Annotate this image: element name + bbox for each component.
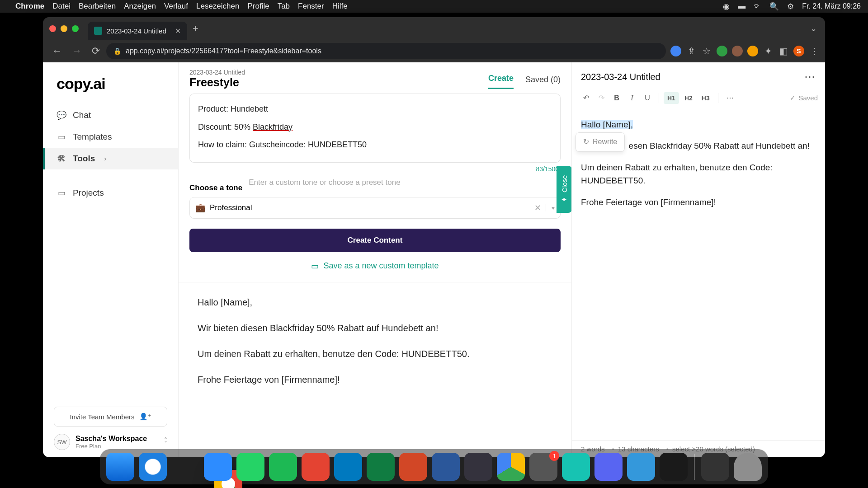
tab-saved[interactable]: Saved (0)	[525, 75, 561, 89]
prompt-input[interactable]: Product: Hundebett Discount: 50% Blackfr…	[189, 94, 561, 163]
dock-trello-icon[interactable]	[334, 453, 362, 481]
sidebar-item-projects[interactable]: ▭Projects	[43, 182, 178, 204]
dock-whatsapp-icon[interactable]	[236, 453, 264, 481]
back-button[interactable]: ←	[48, 42, 66, 60]
bold-button[interactable]: B	[610, 92, 623, 104]
save-template-link[interactable]: ▭ Save as a new custom template	[189, 261, 561, 280]
menu-tab[interactable]: Tab	[278, 2, 290, 11]
dock-launchpad-icon[interactable]	[701, 453, 729, 481]
h3-button[interactable]: H3	[698, 92, 713, 104]
close-panel-button[interactable]: ✦ Close	[557, 166, 572, 213]
dock-spotify-icon[interactable]	[269, 453, 297, 481]
doc-p4: Frohe Feiertage von [Firmenname]!	[581, 196, 816, 209]
doc-p2b: esen Blackfriday 50% Rabatt auf Hundebet…	[629, 141, 810, 150]
dock-word-icon[interactable]	[432, 453, 460, 481]
menu-hilfe[interactable]: Hilfe	[332, 2, 348, 11]
dock-settings-icon[interactable]: 1	[529, 453, 557, 481]
toolbar-more-icon[interactable]: ⋯	[723, 91, 737, 104]
menu-datei[interactable]: Datei	[52, 2, 71, 11]
sidebar-item-label: Projects	[73, 188, 104, 198]
address-bar[interactable]: 🔒 app.copy.ai/projects/22566417?tool=Fre…	[106, 43, 666, 59]
tone-clear-icon[interactable]: ✕	[530, 203, 546, 213]
undo-button[interactable]: ↶	[579, 91, 593, 104]
forward-button[interactable]: →	[68, 42, 85, 60]
ext-orange-icon[interactable]	[747, 46, 758, 56]
gen-line: Um deinen Rabatt zu erhalten, benutze de…	[189, 347, 561, 361]
check-icon: ✓	[790, 94, 796, 102]
dock-excel-icon[interactable]	[367, 453, 395, 481]
tab-overflow-icon[interactable]: ⌄	[810, 23, 817, 33]
tone-label: Choose a tone	[189, 183, 242, 192]
profile-avatar[interactable]: S	[793, 46, 804, 56]
new-tab-button[interactable]: +	[193, 23, 198, 34]
create-content-button[interactable]: Create Content	[189, 229, 561, 252]
window-close-button[interactable]	[49, 25, 56, 32]
italic-button[interactable]: I	[625, 92, 639, 104]
ext-green-icon[interactable]	[717, 46, 727, 56]
battery-icon[interactable]: ▬	[738, 2, 745, 11]
share-icon[interactable]: ⇪	[686, 46, 697, 56]
menu-lesezeichen[interactable]: Lesezeichen	[196, 2, 239, 11]
menu-bearbeiten[interactable]: Bearbeiten	[79, 2, 116, 11]
window-minimize-button[interactable]	[61, 25, 67, 32]
control-center-icon[interactable]: ⚙	[787, 2, 794, 11]
ext-google-icon[interactable]	[670, 46, 681, 56]
dock-trash-icon[interactable]	[734, 453, 762, 481]
doc-title[interactable]: 2023-03-24 Untitled	[581, 72, 660, 82]
breadcrumb: 2023-03-24 Untitled	[189, 69, 245, 76]
chevron-down-icon[interactable]: ▾	[546, 204, 555, 211]
dock-app-teal-icon[interactable]	[562, 453, 590, 481]
record-icon[interactable]: ◉	[723, 2, 730, 11]
menu-anzeigen[interactable]: Anzeigen	[124, 2, 156, 11]
templates-icon: ▭	[57, 132, 66, 142]
bookmark-icon[interactable]: ☆	[701, 46, 712, 56]
browser-tab[interactable]: 2023-03-24 Untitled ✕	[88, 22, 187, 40]
invite-team-button[interactable]: Invite Team Members 👤⁺	[54, 407, 167, 427]
menubar-app-name[interactable]: Chrome	[15, 2, 44, 11]
tone-selected: Professional	[210, 203, 252, 212]
wifi-icon[interactable]: ᯤ	[754, 2, 761, 11]
sidebar-item-tools[interactable]: 🛠Tools›	[43, 148, 178, 169]
dock-powerpoint-icon[interactable]	[399, 453, 427, 481]
updown-icon: ˄˅	[164, 438, 167, 446]
sidebar-item-templates[interactable]: ▭Templates	[43, 126, 178, 148]
reload-button[interactable]: ⟳	[88, 42, 104, 60]
doc-p1: Hallo [Name],	[581, 120, 633, 129]
h2-button[interactable]: H2	[681, 92, 696, 104]
dock-quicktime-icon[interactable]	[627, 453, 655, 481]
tab-create[interactable]: Create	[488, 74, 514, 89]
dock-gdrive-icon[interactable]	[497, 453, 525, 481]
menu-verlauf[interactable]: Verlauf	[164, 2, 188, 11]
ext-brown-icon[interactable]	[732, 46, 743, 56]
dock-imovie-icon[interactable]	[464, 453, 492, 481]
dock: 1	[100, 449, 768, 484]
editor-body[interactable]: Hallo [Name], Wir bieten diesen Blackfri…	[572, 110, 825, 440]
h1-button[interactable]: H1	[664, 92, 679, 104]
input-line1b: Hundebett	[231, 104, 268, 113]
doc-more-icon[interactable]: ⋯	[804, 70, 816, 83]
chrome-menu-button[interactable]: ⋮	[810, 46, 820, 56]
sidebar-item-chat[interactable]: 💬Chat	[43, 104, 178, 126]
menu-profile[interactable]: Profile	[247, 2, 269, 11]
dock-discord-icon[interactable]	[594, 453, 623, 481]
dock-finder-icon[interactable]	[106, 453, 134, 481]
spotlight-icon[interactable]: 🔍	[769, 2, 779, 11]
badge: 1	[549, 451, 559, 461]
tab-close-icon[interactable]: ✕	[175, 27, 181, 35]
rewrite-popup[interactable]: ↻ Rewrite	[576, 132, 625, 152]
dock-safari-icon[interactable]	[139, 453, 167, 481]
workspace-switcher[interactable]: SW Sascha's Workspace Free Plan ˄˅	[43, 427, 178, 450]
menubar-clock[interactable]: Fr. 24. März 09:26	[802, 2, 861, 10]
menu-fenster[interactable]: Fenster	[298, 2, 324, 11]
dock-voicememos-icon[interactable]	[660, 453, 688, 481]
sidepanel-icon[interactable]: ◧	[778, 46, 789, 56]
redo-button[interactable]: ↷	[594, 91, 608, 104]
dock-todoist-icon[interactable]	[302, 453, 330, 481]
generated-result[interactable]: Hallo [Name], Wir bieten diesen Blackfri…	[189, 296, 561, 386]
tone-select[interactable]: 💼Professional ✕ ▾	[189, 197, 561, 219]
app-logo[interactable]: copy.ai	[43, 75, 178, 102]
dock-zoom-icon[interactable]	[204, 453, 232, 481]
window-maximize-button[interactable]	[72, 25, 79, 32]
underline-button[interactable]: U	[641, 92, 654, 104]
extensions-icon[interactable]: ✦	[763, 46, 774, 56]
